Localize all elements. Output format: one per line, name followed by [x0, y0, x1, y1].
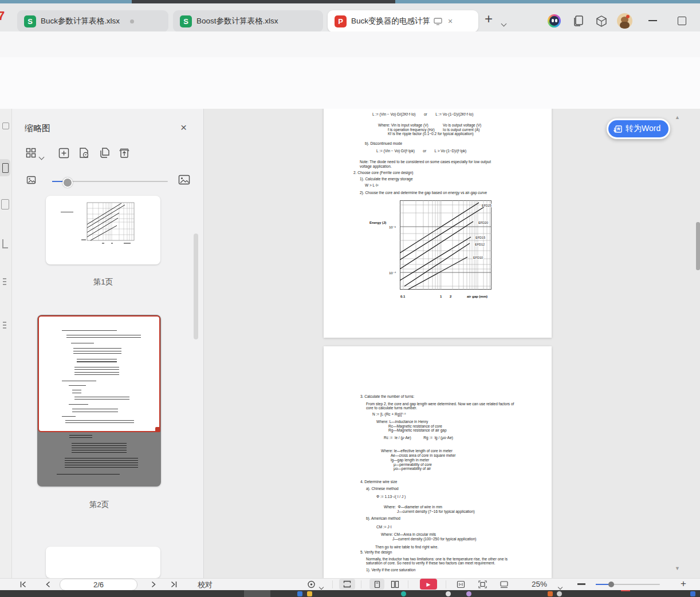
next-page-icon[interactable] — [151, 580, 157, 588]
tab-close-icon[interactable]: × — [448, 17, 453, 26]
doc-line: Then go to wire table to find right wire… — [375, 545, 438, 549]
minimize-button[interactable] — [648, 20, 657, 21]
document-view[interactable]: L := (Vin − Vo)·D/(2Kf·f·Io) or L := Vo·… — [204, 109, 700, 578]
chart-series-label: EFD15 — [475, 236, 486, 239]
windows-taskbar[interactable] — [0, 590, 700, 597]
taskbar-app-icon[interactable] — [297, 591, 302, 596]
spreadsheet-icon: S — [180, 15, 192, 27]
taskbar-app-icon[interactable] — [548, 591, 553, 596]
taskbar-window-fragment — [244, 590, 270, 597]
tab-buck-pdf-active[interactable]: P Buck变换器的电感计算 × — [328, 10, 478, 32]
zoom-plus-icon[interactable]: + — [681, 578, 686, 590]
last-page-icon[interactable] — [170, 580, 178, 588]
doc-line: core to calculate turns number. — [366, 406, 417, 410]
eye-protect-icon[interactable] — [306, 580, 316, 588]
chart-ytick: 10⁻⁴ — [389, 271, 396, 275]
doc-line: a). Chinese method — [366, 487, 399, 491]
rail-item[interactable] — [2, 239, 8, 248]
assistant-icon[interactable] — [548, 14, 561, 27]
rail-item[interactable] — [3, 322, 6, 323]
doc-line: CM := J·I — [376, 525, 392, 529]
tab-list-chevron-icon[interactable] — [502, 18, 506, 28]
thumbnail-panel: 缩略图 × — [12, 109, 204, 578]
scroll-down-icon[interactable]: ▼ — [675, 566, 680, 571]
sidebar-scrollbar-thumb[interactable] — [194, 234, 198, 339]
delete-page-icon[interactable] — [78, 147, 89, 159]
doc-line: 5. Verify the design — [360, 550, 392, 555]
pdf-page-1: L := (Vin − Vo)·D/(2Kf·f·Io) or L := Vo·… — [324, 109, 552, 338]
status-bar: 2/6 校对 ▶ — [0, 578, 700, 591]
avatar[interactable] — [617, 13, 632, 29]
tab-bar: 7 S Buck参数计算表格.xlsx S Boost参数计算表格.xlsx P… — [0, 3, 700, 31]
status-zoom-chevron-icon[interactable] — [559, 582, 562, 591]
wps-logo-fragment[interactable]: 7 — [0, 9, 5, 23]
proofread-button[interactable]: 校对 — [198, 580, 213, 590]
zoom-minus-icon[interactable] — [577, 583, 585, 585]
chart-ytick: 10⁻³ — [389, 225, 396, 229]
thumbnail-page-1[interactable] — [46, 196, 160, 264]
zoom-slider[interactable] — [596, 584, 660, 585]
taskbar-app-icon[interactable] — [446, 591, 451, 596]
doc-line: Ae—cross area of core in square meter — [391, 453, 455, 458]
monitor-icon[interactable] — [434, 18, 442, 25]
extract-page-icon[interactable] — [119, 147, 130, 159]
slider-thumb[interactable] — [62, 177, 73, 188]
doc-line: Rc := le / (μ·Ae) Rg := lg / (μo·Ae) — [384, 436, 453, 440]
previous-page-icon[interactable] — [45, 580, 51, 588]
rail-item-selected[interactable] — [0, 159, 10, 176]
fit-width-status-icon[interactable] — [500, 580, 509, 588]
tab-modified-dot — [130, 19, 134, 23]
continuous-mode-selected[interactable] — [339, 579, 355, 590]
doc-line: J—current density (7~16 for typical appl… — [397, 509, 475, 514]
fit-original-icon[interactable] — [457, 580, 465, 588]
pdf-icon: P — [335, 15, 347, 27]
rail-item[interactable] — [2, 122, 9, 129]
tab-boost-xlsx[interactable]: S Boost参数计算表格.xlsx — [173, 10, 323, 32]
doc-line: 4. Determine wire size — [360, 480, 397, 484]
maximize-button[interactable] — [678, 17, 686, 25]
single-page-mode-selected[interactable] — [369, 579, 384, 590]
taskbar-app-icon[interactable] — [690, 591, 695, 596]
thumb-size-slider[interactable] — [52, 181, 168, 182]
status-page-indicator[interactable]: 2/6 — [60, 579, 137, 591]
scrollbar-thumb[interactable] — [696, 222, 700, 270]
double-page-mode-icon[interactable] — [391, 580, 399, 588]
rail-item[interactable] — [1, 199, 9, 209]
zoom-slider-thumb[interactable] — [608, 582, 614, 587]
eye-chevron-icon[interactable] — [320, 582, 323, 591]
wps-pdf-window: 7 S Buck参数计算表格.xlsx S Boost参数计算表格.xlsx P… — [0, 0, 700, 597]
chart-xlabel: air gap (mm) — [467, 295, 487, 298]
taskbar-app-icon[interactable] — [466, 591, 471, 596]
tab-buck-xlsx[interactable]: S Buck参数计算表格.xlsx — [17, 10, 168, 32]
taskbar-app-icon[interactable] — [557, 591, 562, 596]
thumb-layout-chevron-icon[interactable] — [40, 151, 44, 161]
chart-series-label: EFD10 — [473, 256, 483, 259]
thumb2-region-handle[interactable] — [155, 427, 160, 432]
doc-line: Note: The diode need to be considered on… — [360, 160, 491, 164]
thumb-layout-icon[interactable] — [26, 148, 36, 158]
taskbar-app-icon[interactable] — [307, 591, 312, 596]
thumbnail-page-3[interactable] — [46, 547, 160, 578]
rail-item[interactable] — [3, 278, 6, 279]
chart-series-label: EFD12 — [474, 243, 485, 246]
taskbar-app-icon[interactable] — [401, 591, 406, 596]
doc-line: J—current density (100~250 for typical a… — [392, 537, 477, 541]
menu-bar: 文件 ↶ ↷ 开始 插入 编辑 页面 批注 工具 保护 转换 WPS AI — [0, 31, 700, 57]
add-page-icon[interactable] — [58, 148, 69, 159]
new-tab-button[interactable]: + — [485, 13, 493, 25]
panel-close-icon[interactable]: × — [180, 121, 187, 134]
doc-line: lg—gap length in meter — [391, 458, 429, 462]
scroll-up-icon[interactable]: ▲ — [675, 114, 680, 120]
copy-page-icon[interactable] — [99, 147, 110, 159]
fit-page-status-icon[interactable] — [478, 580, 487, 588]
cube-icon[interactable] — [595, 15, 608, 27]
slideshow-play-button[interactable]: ▶ — [420, 579, 437, 590]
first-page-icon[interactable] — [19, 580, 27, 588]
doc-line: Kf is the ripple factor (0.1~0.2 for typ… — [388, 132, 474, 136]
windows-stack-icon[interactable] — [572, 15, 584, 27]
tab-label: Buck变换器的电感计算 — [351, 16, 430, 26]
convert-to-word-button[interactable]: 转为Word — [607, 118, 670, 139]
status-zoom-value[interactable]: 25% — [532, 580, 547, 588]
thumbnail-page-2[interactable] — [37, 315, 161, 487]
chart-series-label: EFD25 — [481, 204, 492, 207]
